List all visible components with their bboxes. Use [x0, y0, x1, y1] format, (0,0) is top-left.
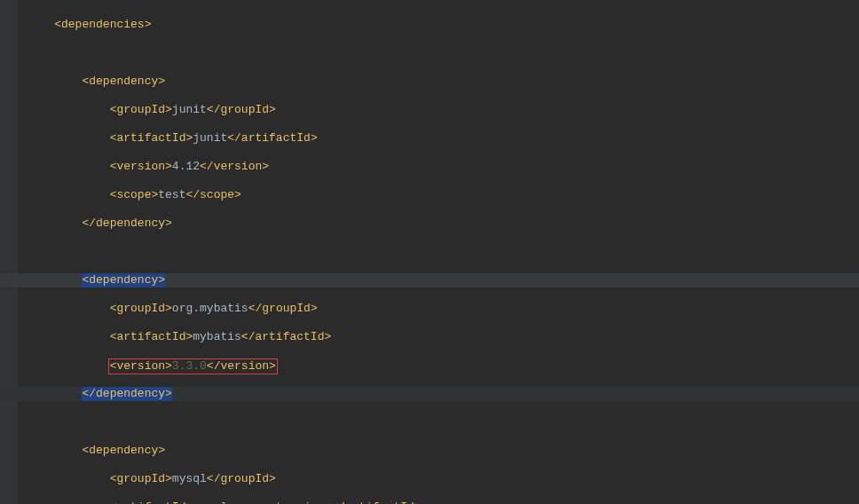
dependency-open-tag: <dependency> [82, 75, 165, 88]
groupId-value: mysql [172, 472, 207, 485]
dependency-close-tag-selected: </dependency> [82, 387, 171, 401]
dependency-open-tag-selected: <dependency> [82, 273, 165, 287]
dependency-close-tag: </dependency> [82, 217, 171, 230]
groupId-value: org.mybatis [172, 302, 248, 315]
dependencies-open-tag: <dependencies> [54, 18, 151, 31]
editor-gutter [0, 0, 18, 504]
groupId-value: junit [172, 103, 207, 116]
code-editor[interactable]: <dependencies> <dependency> <groupId>jun… [0, 4, 859, 504]
scope-value: test [158, 188, 185, 201]
indent [27, 18, 54, 31]
artifactId-value: mysql-connector-java [193, 500, 331, 504]
version-value: 4.12 [172, 160, 200, 173]
version-value: 3.3.0 [172, 359, 207, 373]
artifactId-value: mybatis [193, 330, 241, 343]
artifactId-value: junit [193, 131, 227, 145]
version-highlight-box: <version>3.3.0</version> [108, 358, 278, 374]
